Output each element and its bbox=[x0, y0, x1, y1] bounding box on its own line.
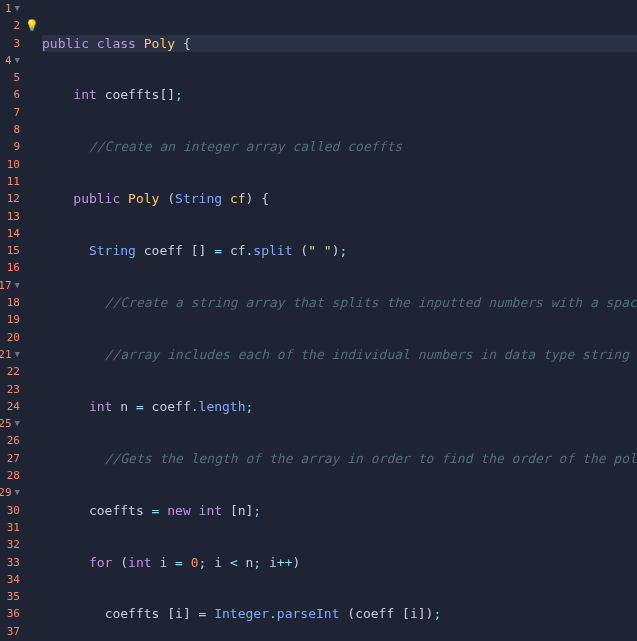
line-number: 12 bbox=[0, 190, 20, 207]
line-number: 29▼ bbox=[0, 484, 20, 501]
marker-cell bbox=[24, 52, 40, 69]
line-number: 28 bbox=[0, 467, 20, 484]
line-number: 6 bbox=[0, 86, 20, 103]
marker-cell bbox=[24, 225, 40, 242]
line-number: 27 bbox=[0, 450, 20, 467]
line-number: 20 bbox=[0, 329, 20, 346]
line-number: 7 bbox=[0, 104, 20, 121]
marker-cell bbox=[24, 311, 40, 328]
marker-cell bbox=[24, 0, 40, 17]
code-line[interactable]: public class Poly { bbox=[42, 35, 637, 52]
fold-icon[interactable]: ▼ bbox=[15, 346, 20, 363]
marker-cell bbox=[24, 190, 40, 207]
marker-cell bbox=[24, 346, 40, 363]
marker-cell bbox=[24, 208, 40, 225]
code-line[interactable]: coeffts = new int [n]; bbox=[42, 502, 637, 519]
line-number: 10 bbox=[0, 156, 20, 173]
marker-cell bbox=[24, 415, 40, 432]
fold-icon[interactable]: ▼ bbox=[15, 0, 20, 17]
marker-cell bbox=[24, 381, 40, 398]
line-number: 34 bbox=[0, 571, 20, 588]
code-line[interactable]: coeffts [i] = Integer.parseInt (coeff [i… bbox=[42, 605, 637, 622]
line-number: 22 bbox=[0, 363, 20, 380]
marker-cell bbox=[24, 502, 40, 519]
line-number: 32 bbox=[0, 536, 20, 553]
line-number: 24 bbox=[0, 398, 20, 415]
line-number: 23 bbox=[0, 381, 20, 398]
marker-cell bbox=[24, 571, 40, 588]
line-number: 30 bbox=[0, 502, 20, 519]
line-number: 11 bbox=[0, 173, 20, 190]
marker-cell bbox=[24, 277, 40, 294]
fold-icon[interactable]: ▼ bbox=[15, 484, 20, 501]
marker-cell bbox=[24, 121, 40, 138]
code-line[interactable]: //Gets the length of the array in order … bbox=[42, 450, 637, 467]
line-number: 3 bbox=[0, 35, 20, 52]
code-line[interactable]: String coeff [] = cf.split (" "); bbox=[42, 242, 637, 259]
code-area[interactable]: public class Poly { int coeffts[]; //Cre… bbox=[40, 0, 637, 641]
lightbulb-icon[interactable]: 💡 bbox=[25, 17, 39, 34]
code-line[interactable]: //Create an integer array called coeffts bbox=[42, 138, 637, 155]
marker-cell bbox=[24, 173, 40, 190]
fold-icon[interactable]: ▼ bbox=[15, 52, 20, 69]
marker-cell bbox=[24, 35, 40, 52]
line-number: 8 bbox=[0, 121, 20, 138]
line-number-gutter: 1▼234▼567891011121314151617▼18192021▼222… bbox=[0, 0, 24, 641]
marker-cell bbox=[24, 104, 40, 121]
line-number: 31 bbox=[0, 519, 20, 536]
marker-cell bbox=[24, 363, 40, 380]
marker-cell bbox=[24, 242, 40, 259]
line-number: 4▼ bbox=[0, 52, 20, 69]
code-line[interactable]: int coeffts[]; bbox=[42, 86, 637, 103]
fold-icon[interactable]: ▼ bbox=[15, 277, 20, 294]
marker-cell: 💡 bbox=[24, 17, 40, 34]
marker-cell bbox=[24, 294, 40, 311]
line-number: 25▼ bbox=[0, 415, 20, 432]
marker-cell bbox=[24, 86, 40, 103]
code-line[interactable]: for (int i = 0; i < n; i++) bbox=[42, 554, 637, 571]
code-line[interactable]: //Create a string array that splits the … bbox=[42, 294, 637, 311]
line-number: 19 bbox=[0, 311, 20, 328]
marker-cell bbox=[24, 484, 40, 501]
line-number: 26 bbox=[0, 432, 20, 449]
line-number: 9 bbox=[0, 138, 20, 155]
line-number: 1▼ bbox=[0, 0, 20, 17]
marker-cell bbox=[24, 259, 40, 276]
line-number: 36 bbox=[0, 605, 20, 622]
line-number: 35 bbox=[0, 588, 20, 605]
line-number: 2 bbox=[0, 17, 20, 34]
fold-icon[interactable]: ▼ bbox=[15, 415, 20, 432]
marker-cell bbox=[24, 536, 40, 553]
line-number: 5 bbox=[0, 69, 20, 86]
line-number: 17▼ bbox=[0, 277, 20, 294]
line-number: 14 bbox=[0, 225, 20, 242]
marker-cell bbox=[24, 69, 40, 86]
marker-cell bbox=[24, 156, 40, 173]
code-line[interactable]: int n = coeff.length; bbox=[42, 398, 637, 415]
marker-gutter: 💡 bbox=[24, 0, 40, 641]
marker-cell bbox=[24, 138, 40, 155]
marker-cell bbox=[24, 398, 40, 415]
line-number: 18 bbox=[0, 294, 20, 311]
line-number: 33 bbox=[0, 554, 20, 571]
line-number: 15 bbox=[0, 242, 20, 259]
line-number: 37 bbox=[0, 623, 20, 640]
line-number: 21▼ bbox=[0, 346, 20, 363]
marker-cell bbox=[24, 588, 40, 605]
marker-cell bbox=[24, 605, 40, 622]
code-line[interactable]: //array includes each of the individual … bbox=[42, 346, 637, 363]
marker-cell bbox=[24, 467, 40, 484]
marker-cell bbox=[24, 519, 40, 536]
marker-cell bbox=[24, 623, 40, 640]
marker-cell bbox=[24, 432, 40, 449]
code-editor[interactable]: 1▼234▼567891011121314151617▼18192021▼222… bbox=[0, 0, 637, 641]
marker-cell bbox=[24, 450, 40, 467]
marker-cell bbox=[24, 554, 40, 571]
line-number: 16 bbox=[0, 259, 20, 276]
code-line[interactable]: public Poly (String cf) { bbox=[42, 190, 637, 207]
line-number: 13 bbox=[0, 208, 20, 225]
marker-cell bbox=[24, 329, 40, 346]
